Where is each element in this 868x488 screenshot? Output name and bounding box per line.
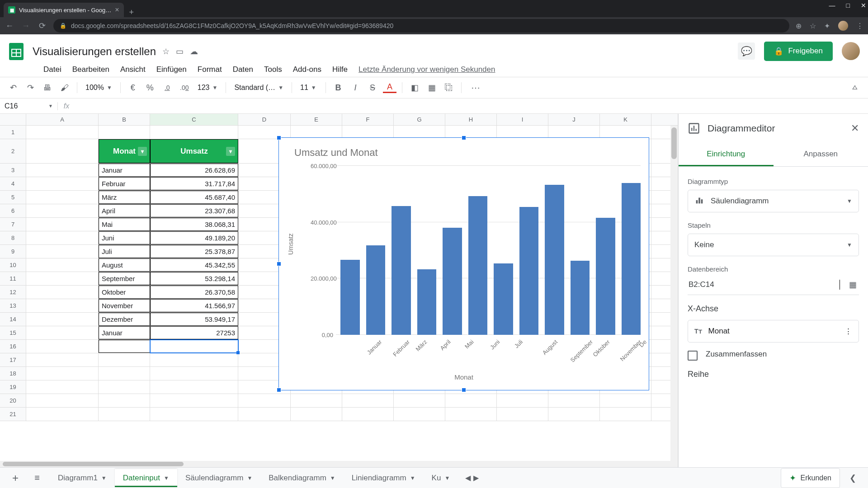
collapse-toolbar-icon[interactable]: ㅿ [848, 81, 862, 94]
menu-tools[interactable]: Tools [264, 65, 282, 74]
menu-datei[interactable]: Datei [43, 65, 61, 74]
cell[interactable] [342, 408, 394, 421]
row-header[interactable]: 10 [0, 258, 26, 272]
chart-bar[interactable] [519, 207, 539, 335]
cell[interactable] [150, 353, 238, 366]
maximize-icon[interactable]: □ [846, 2, 850, 9]
font-size-select[interactable]: 11▼ [297, 84, 320, 92]
cell[interactable] [26, 218, 99, 231]
cell[interactable] [291, 394, 342, 407]
cell[interactable]: 45.342,55 [150, 258, 238, 272]
cell[interactable]: 38.068,31 [150, 218, 238, 231]
zoom-select[interactable]: 100%▼ [83, 84, 115, 92]
redo-icon[interactable]: ↷ [24, 81, 37, 94]
all-sheets-icon[interactable]: ≡ [28, 473, 46, 483]
cell[interactable] [150, 367, 238, 380]
chart-bar[interactable] [596, 218, 615, 335]
browser-tab[interactable]: ▦ Visualisierungen erstellen - Goog… × [4, 3, 124, 17]
row-header[interactable]: 12 [0, 286, 26, 299]
cell[interactable]: August [99, 258, 150, 272]
comments-button[interactable]: 💬 [738, 42, 755, 60]
cell[interactable] [26, 340, 99, 353]
cloud-icon[interactable]: ☁ [190, 47, 198, 56]
select-range-icon[interactable]: ▦ [846, 278, 859, 291]
chart-bar[interactable] [366, 245, 386, 335]
x-axis-field[interactable]: Tᴛ Monat ⋮ [688, 320, 859, 343]
col-header[interactable]: B [99, 114, 150, 125]
col-header[interactable]: I [497, 114, 548, 125]
menu-hilfe[interactable]: Hilfe [332, 65, 348, 74]
col-header[interactable]: C [150, 114, 238, 125]
row-header[interactable]: 17 [0, 353, 26, 366]
cell[interactable] [26, 313, 99, 326]
percent-icon[interactable]: % [143, 81, 157, 94]
cell[interactable] [342, 126, 394, 139]
col-header[interactable]: F [342, 114, 394, 125]
cell[interactable] [600, 408, 651, 421]
col-header[interactable]: E [291, 114, 342, 125]
scroll-right-icon[interactable]: ▶ [473, 474, 479, 482]
cell[interactable] [26, 394, 99, 407]
col-header[interactable]: J [548, 114, 600, 125]
resize-handle[interactable] [277, 136, 281, 140]
cell[interactable] [26, 191, 99, 204]
cell[interactable] [497, 126, 548, 139]
address-bar[interactable]: 🔒 docs.google.com/spreadsheets/d/16sZAG8… [53, 19, 789, 33]
chart-bar[interactable] [392, 206, 411, 335]
menu-icon[interactable]: ⋮ [856, 22, 863, 30]
chart-bar[interactable] [417, 269, 437, 335]
profile-avatar[interactable] [838, 21, 848, 31]
menu-format[interactable]: Format [198, 65, 222, 74]
cell[interactable] [99, 380, 150, 394]
minimize-icon[interactable]: ― [829, 2, 835, 9]
cell[interactable] [445, 408, 497, 421]
row-header[interactable]: 4 [0, 177, 26, 190]
row-header[interactable]: 14 [0, 313, 26, 326]
chart-title[interactable]: Umsatz und Monat [294, 147, 643, 159]
cell[interactable] [26, 231, 99, 244]
cell[interactable] [238, 126, 291, 139]
cell[interactable] [26, 299, 99, 312]
cell[interactable] [26, 326, 99, 339]
col-header[interactable]: G [394, 114, 445, 125]
chart-bar[interactable] [571, 261, 590, 335]
chart-bar[interactable] [622, 183, 641, 335]
row-header[interactable]: 19 [0, 380, 26, 394]
close-panel-icon[interactable]: ✕ [851, 122, 859, 134]
cell[interactable] [26, 245, 99, 258]
move-icon[interactable]: ▭ [176, 47, 184, 56]
star-icon[interactable]: ☆ [162, 47, 170, 56]
row-header[interactable]: 2 [0, 139, 26, 163]
cell[interactable] [26, 258, 99, 272]
cell[interactable] [497, 394, 548, 407]
cell[interactable]: 31.717,84 [150, 177, 238, 190]
cell[interactable] [99, 367, 150, 380]
number-format-select[interactable]: 123▼ [195, 84, 221, 92]
stacking-select[interactable]: Keine ▼ [688, 234, 859, 256]
italic-icon[interactable]: I [349, 81, 362, 94]
last-edit-link[interactable]: Letzte Änderung vor wenigen Sekunden [359, 65, 495, 74]
sheet-tab[interactable]: Diagramm1▼ [50, 469, 115, 487]
cell[interactable]: 53.298,14 [150, 272, 238, 285]
cell[interactable]: 26.370,58 [150, 286, 238, 299]
cell[interactable] [26, 164, 99, 177]
cell[interactable] [497, 408, 548, 421]
cell[interactable] [99, 408, 150, 421]
row-header[interactable]: 18 [0, 367, 26, 380]
account-avatar[interactable] [842, 42, 860, 60]
checkbox-icon[interactable] [688, 351, 698, 361]
chart-bar[interactable] [545, 185, 564, 335]
row-header[interactable]: 16 [0, 340, 26, 353]
cell[interactable] [394, 394, 445, 407]
cell[interactable] [445, 394, 497, 407]
row-header[interactable]: 6 [0, 204, 26, 217]
decrease-decimal-icon[interactable]: .0 [160, 81, 174, 94]
close-window-icon[interactable]: ✕ [861, 2, 866, 9]
cell[interactable] [548, 408, 600, 421]
cell[interactable] [99, 340, 150, 353]
vertical-scrollbar[interactable] [670, 126, 678, 467]
zoom-icon[interactable]: ⊕ [796, 22, 802, 30]
cell[interactable] [26, 272, 99, 285]
cell[interactable] [26, 177, 99, 190]
fill-color-icon[interactable]: ◧ [408, 81, 421, 94]
